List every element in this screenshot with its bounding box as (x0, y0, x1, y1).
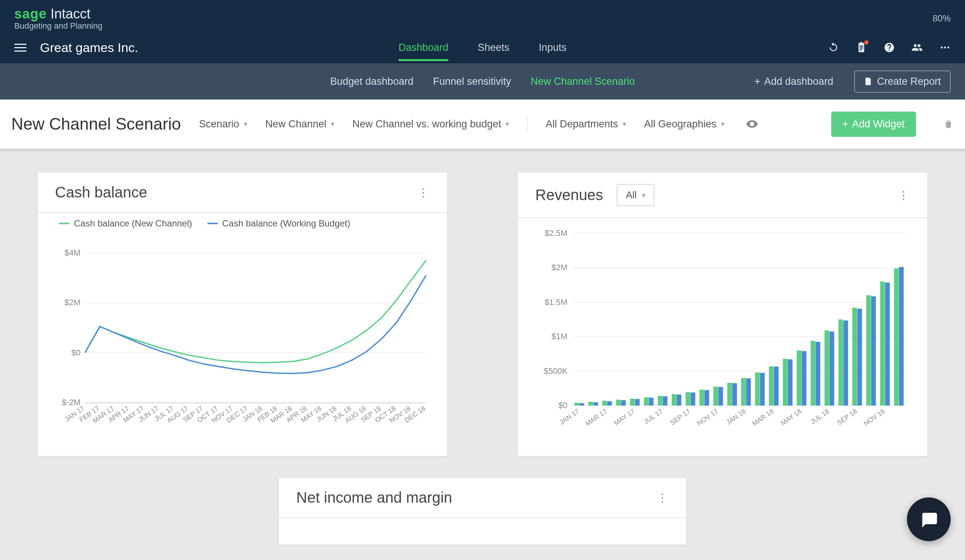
org-name: Great games Inc. (40, 40, 138, 55)
svg-rect-62 (672, 394, 677, 405)
svg-rect-54 (616, 400, 621, 406)
svg-rect-78 (783, 359, 788, 405)
add-dashboard-label: Add dashboard (764, 76, 833, 87)
legend-new-channel-label: Cash balance (New Channel) (74, 218, 192, 229)
separator (527, 116, 527, 132)
widget-cash-title: Cash balance (55, 184, 147, 201)
filter-departments[interactable]: All Departments ▾ (545, 118, 626, 130)
revenues-chart: $0$500K$1M$1.5M$2M$2.5MJAN 17MAR 17MAY 1… (535, 230, 910, 439)
svg-rect-92 (880, 281, 885, 405)
filter-departments-label: All Departments (545, 118, 618, 130)
subtab-new-channel-scenario[interactable]: New Channel Scenario (531, 76, 635, 87)
tab-inputs[interactable]: Inputs (539, 35, 567, 60)
chevron-down-icon: ▾ (642, 191, 645, 199)
plus-icon: + (842, 118, 849, 130)
top-header: sage Intacct Budgeting and Planning 80% … (0, 0, 965, 63)
add-dashboard-button[interactable]: + Add dashboard (745, 71, 842, 92)
svg-text:JUL 17: JUL 17 (642, 407, 664, 426)
revenues-filter[interactable]: All ▾ (617, 184, 654, 206)
menu-icon[interactable] (14, 41, 26, 54)
chevron-down-icon: ▾ (244, 120, 247, 128)
trash-icon[interactable] (943, 118, 954, 130)
svg-text:MAY 18: MAY 18 (780, 407, 803, 427)
revenues-filter-label: All (626, 189, 637, 201)
sync-icon[interactable] (828, 42, 839, 53)
svg-rect-64 (686, 392, 690, 406)
notification-dot (864, 40, 869, 44)
tab-sheets[interactable]: Sheets (478, 35, 509, 60)
widget-menu-icon[interactable] (418, 186, 430, 199)
widget-menu-icon[interactable] (898, 188, 910, 202)
tab-dashboard[interactable]: Dashboard (398, 35, 448, 60)
widget-cash-balance: Cash balance Cash balance (New Channel) … (38, 173, 447, 456)
subtab-funnel-sensitivity[interactable]: Funnel sensitivity (433, 76, 511, 87)
widget-menu-icon[interactable] (657, 491, 669, 504)
chat-fab[interactable] (907, 498, 951, 541)
more-icon[interactable] (939, 42, 951, 53)
svg-rect-48 (574, 403, 579, 405)
svg-text:$0: $0 (558, 401, 567, 410)
svg-rect-66 (700, 390, 705, 405)
filter-new-channel-label: New Channel (265, 118, 326, 130)
svg-rect-49 (579, 403, 584, 405)
svg-rect-80 (797, 351, 802, 405)
eye-icon[interactable] (746, 118, 759, 131)
widget-revenues: Revenues All ▾ $0$500K$1M$1.5M$2M$2.5MJA… (518, 173, 927, 456)
svg-text:NOV 18: NOV 18 (862, 407, 886, 427)
svg-rect-75 (760, 373, 765, 405)
svg-rect-74 (755, 372, 760, 405)
help-icon[interactable] (883, 42, 895, 53)
sub-header: Budget dashboard Funnel sensitivity New … (0, 63, 965, 100)
svg-text:$4M: $4M (64, 249, 81, 257)
filter-scenario[interactable]: Scenario ▾ (199, 118, 247, 130)
svg-text:$2M: $2M (551, 263, 568, 272)
svg-text:JAN 18: JAN 18 (725, 407, 747, 426)
widget-net-title: Net income and margin (296, 489, 452, 506)
add-widget-button[interactable]: + Add Widget (831, 111, 916, 137)
widget-rev-title: Revenues (535, 186, 603, 204)
svg-rect-11 (85, 403, 426, 403)
svg-rect-90 (866, 296, 871, 406)
document-icon (864, 76, 873, 87)
create-report-button[interactable]: Create Report (854, 70, 951, 93)
legend-swatch-blue (207, 223, 218, 224)
svg-text:$0: $0 (71, 348, 80, 357)
filter-geographies[interactable]: All Geographies ▾ (644, 118, 725, 130)
svg-rect-87 (843, 320, 848, 405)
svg-rect-51 (593, 402, 598, 405)
people-icon[interactable] (911, 42, 923, 53)
svg-rect-94 (894, 268, 899, 405)
clipboard-icon[interactable] (856, 42, 867, 53)
chevron-down-icon: ▾ (505, 120, 509, 128)
dashboard-sub-tabs: Budget dashboard Funnel sensitivity New … (330, 76, 635, 87)
svg-rect-71 (732, 383, 737, 405)
svg-text:$500K: $500K (543, 366, 568, 376)
filter-new-channel[interactable]: New Channel ▾ (265, 118, 334, 130)
svg-text:SEP 18: SEP 18 (835, 407, 858, 426)
filter-comparison-label: New Channel vs. working budget (352, 118, 501, 130)
svg-rect-89 (857, 309, 862, 405)
svg-text:MAR 18: MAR 18 (751, 407, 775, 427)
svg-rect-55 (621, 400, 626, 405)
svg-rect-79 (788, 359, 793, 406)
svg-text:JUL 18: JUL 18 (809, 407, 831, 426)
filter-bar: New Channel Scenario Scenario ▾ New Chan… (0, 100, 965, 149)
svg-rect-53 (607, 402, 612, 405)
svg-rect-93 (885, 282, 890, 405)
cash-legend: Cash balance (New Channel) Cash balance … (38, 213, 447, 238)
svg-text:$1.5M: $1.5M (545, 297, 568, 307)
svg-rect-77 (774, 367, 779, 405)
svg-rect-95 (899, 267, 904, 406)
brand-logo: sage Intacct Budgeting and Planning (14, 6, 103, 31)
svg-text:MAY 17: MAY 17 (613, 407, 636, 427)
svg-rect-50 (589, 402, 593, 405)
zoom-level: 80% (932, 13, 951, 24)
subtab-budget-dashboard[interactable]: Budget dashboard (330, 76, 414, 87)
chat-icon (919, 509, 939, 529)
svg-text:$2M: $2M (64, 298, 81, 307)
chevron-down-icon: ▾ (331, 120, 334, 128)
svg-rect-57 (635, 399, 640, 405)
add-widget-label: Add Widget (852, 118, 904, 130)
filter-comparison[interactable]: New Channel vs. working budget ▾ (352, 118, 509, 130)
dashboard-body: Cash balance Cash balance (New Channel) … (0, 149, 965, 558)
